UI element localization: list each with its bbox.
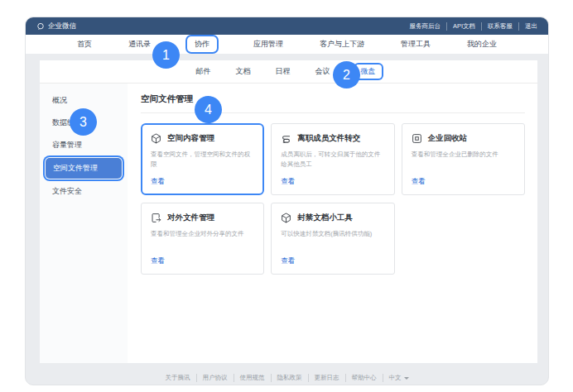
tab-meeting[interactable]: 会议: [315, 66, 330, 77]
content-panel: 邮件 文档 日程 会议 微盘 概况 数据统计 容量管理 空间文件管理 文件安全 …: [40, 60, 537, 363]
card-enterprise-recycle-bin[interactable]: 企业回收站 查看和管理全企业已删除的文件 查看: [402, 123, 525, 195]
wecom-admin-window: 企业微信 服务商后台 API文档 联系客服 退出 首页 通讯录 协作 应用管理 …: [25, 17, 549, 385]
wecom-logo: 企业微信: [36, 22, 76, 31]
annotation-step-3: 3: [70, 108, 97, 136]
annotation-step-2: 2: [333, 61, 360, 88]
sidebar-item-capacity[interactable]: 容量管理: [40, 134, 128, 156]
wecom-bubble-icon: [36, 22, 45, 31]
card-title: 离职成员文件转交: [297, 133, 360, 144]
annotation-step-1: 1: [152, 41, 180, 69]
help-center-link[interactable]: 帮助中心: [346, 374, 383, 382]
privacy-policy-link[interactable]: 隐私政策: [272, 374, 309, 382]
changelog-link[interactable]: 更新日志: [309, 374, 346, 382]
tab-calendar[interactable]: 日程: [276, 66, 291, 77]
card-external-file-management[interactable]: 对外文件管理 查看和管理全企业对外分享的文件 查看: [141, 203, 264, 275]
usage-rules-link[interactable]: 使用规范: [234, 374, 272, 382]
card-description: 可以快速封禁文档(腾讯特供功能): [281, 229, 384, 239]
view-link[interactable]: 查看: [412, 177, 515, 187]
language-label: 中文: [389, 374, 402, 382]
cube-icon: [281, 213, 291, 223]
view-link[interactable]: 查看: [151, 177, 254, 187]
about-tencent-link[interactable]: 关于腾讯: [160, 374, 197, 382]
sidebar-item-file-security[interactable]: 文件安全: [40, 180, 128, 203]
nav-item-customers[interactable]: 客户与上下游: [320, 39, 364, 50]
nav-item-admin-tools[interactable]: 管理工具: [401, 39, 431, 50]
brand-name: 企业微信: [48, 22, 76, 31]
recycle-bin-icon: [412, 133, 422, 144]
card-description: 成员离职后，可转交归属于他的文件给其他员工: [281, 150, 384, 169]
card-departed-member-transfer[interactable]: 离职成员文件转交 成员离职后，可转交归属于他的文件给其他员工 查看: [271, 123, 394, 195]
file-export-icon: [151, 213, 161, 223]
collaboration-tabs: 邮件 文档 日程 会议 微盘: [40, 60, 537, 84]
feature-cards: 空间内容管理 查看空间文件，管理空间和文件的权限 查看: [141, 123, 525, 275]
user-agreement-link[interactable]: 用户协议: [197, 374, 234, 382]
top-bar: 企业微信 服务商后台 API文档 联系客服 退出: [26, 17, 548, 35]
tab-mail[interactable]: 邮件: [196, 66, 211, 77]
card-title: 封禁文档小工具: [297, 213, 353, 223]
provider-console-link[interactable]: 服务商后台: [403, 22, 447, 31]
card-title: 空间内容管理: [167, 133, 214, 144]
contact-support-link[interactable]: 联系客服: [482, 22, 519, 31]
view-link[interactable]: 查看: [281, 177, 384, 187]
card-description: 查看空间文件，管理空间和文件的权限: [151, 150, 254, 169]
nav-item-my-company[interactable]: 我的企业: [467, 39, 497, 50]
main-content: 空间文件管理 空间内容管理: [128, 84, 537, 363]
view-link[interactable]: 查看: [281, 256, 384, 266]
topbar-links: 服务商后台 API文档 联系客服 退出: [403, 22, 537, 31]
primary-nav: 首页 通讯录 协作 应用管理 客户与上下游 管理工具 我的企业: [26, 35, 548, 54]
view-link[interactable]: 查看: [151, 256, 254, 266]
footer-links: 关于腾讯 用户协议 使用规范 隐私政策 更新日志 帮助中心 中文: [160, 374, 415, 382]
caret-down-icon: [404, 377, 409, 380]
card-title: 企业回收站: [428, 133, 468, 144]
sidebar-item-space-files[interactable]: 空间文件管理: [46, 158, 122, 179]
cube-icon: [151, 133, 161, 144]
logout-link[interactable]: 退出: [519, 22, 537, 31]
panel-body: 概况 数据统计 容量管理 空间文件管理 文件安全 空间文件管理: [40, 84, 537, 363]
nav-item-collaboration[interactable]: 协作: [187, 36, 217, 52]
screenshot-stage: 企业微信 服务商后台 API文档 联系客服 退出 首页 通讯录 协作 应用管理 …: [0, 0, 573, 392]
language-selector[interactable]: 中文: [383, 374, 415, 382]
api-docs-link[interactable]: API文档: [447, 22, 482, 31]
nav-item-contacts[interactable]: 通讯录: [128, 39, 151, 50]
transfer-icon: [281, 133, 291, 144]
card-space-content-management[interactable]: 空间内容管理 查看空间文件，管理空间和文件的权限 查看: [141, 123, 264, 195]
annotation-step-4: 4: [195, 96, 222, 123]
card-ban-document-tool[interactable]: 封禁文档小工具 可以快速封禁文档(腾讯特供功能) 查看: [271, 203, 394, 275]
nav-item-home[interactable]: 首页: [77, 39, 92, 50]
card-description: 查看和管理全企业对外分享的文件: [151, 229, 254, 239]
nav-item-app-management[interactable]: 应用管理: [253, 39, 283, 50]
footer: 关于腾讯 用户协议 使用规范 隐私政策 更新日志 帮助中心 中文 © 1998 …: [26, 363, 548, 385]
tab-docs[interactable]: 文档: [236, 66, 251, 77]
card-description: 查看和管理全企业已删除的文件: [412, 150, 515, 160]
card-title: 对外文件管理: [167, 213, 214, 223]
